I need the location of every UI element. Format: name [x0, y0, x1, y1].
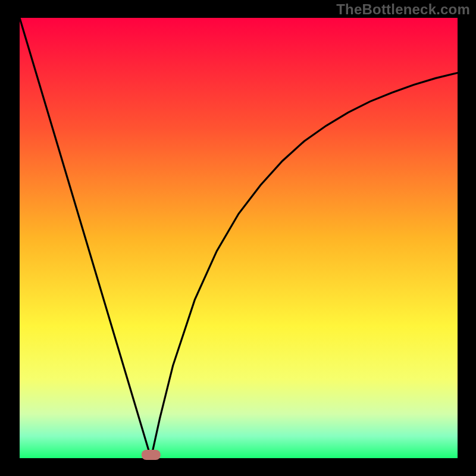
chart-frame: TheBottleneck.com	[0, 0, 476, 476]
min-marker	[142, 450, 161, 460]
bottleneck-chart	[0, 0, 476, 476]
watermark-text: TheBottleneck.com	[336, 1, 470, 18]
